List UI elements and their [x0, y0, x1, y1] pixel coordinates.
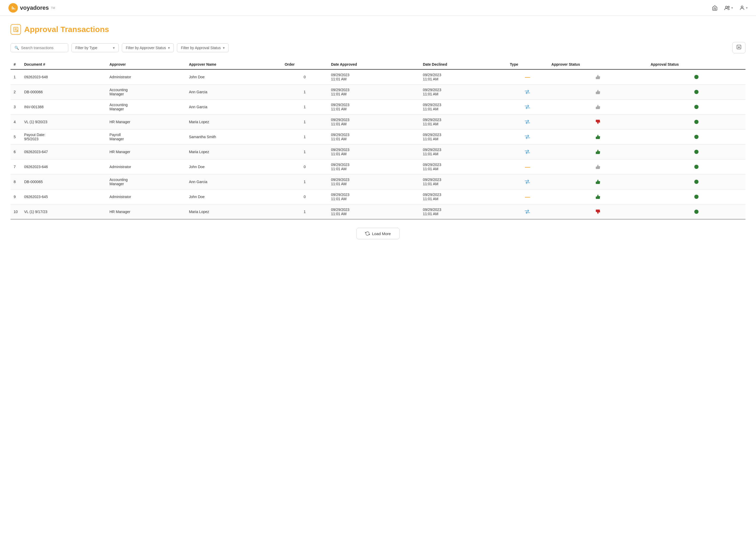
approver-status-red-icon	[551, 209, 644, 214]
type-swap-icon	[510, 89, 545, 94]
cell-approval-status	[647, 69, 745, 84]
cell-date-declined: 09/29/202311:01 AM	[420, 84, 507, 100]
cell-approval-status	[647, 100, 745, 115]
cell-date-approved: 09/29/202311:01 AM	[328, 175, 420, 189]
type-swap-icon	[510, 105, 545, 109]
cell-date-declined: 09/29/202311:01 AM	[420, 159, 507, 175]
trademark: TM	[51, 6, 55, 10]
cell-num: 10	[11, 204, 21, 219]
profile-caret-icon: ▾	[746, 6, 748, 10]
table-row: 5 Payout Date:9/5/2023 PayrollManager Sa…	[11, 130, 745, 144]
svg-point-4	[726, 6, 728, 8]
cell-approval-status	[647, 144, 745, 159]
cell-date-declined: 09/29/202311:01 AM	[420, 144, 507, 159]
cell-num: 9	[11, 189, 21, 204]
logo-icon	[8, 3, 18, 13]
cell-approver-status	[548, 144, 647, 159]
cell-num: 2	[11, 84, 21, 100]
cell-approver: PayrollManager	[106, 130, 186, 144]
cell-num: 5	[11, 130, 21, 144]
approval-status-dot	[694, 195, 698, 199]
svg-rect-2	[13, 7, 14, 10]
cell-approver: HR Manager	[106, 144, 186, 159]
type-dash-icon: —	[510, 164, 545, 170]
filter-type-dropdown[interactable]: Filter by Type ▾	[71, 43, 118, 52]
table-header-row: # Document # Approver Approver Name Orde…	[11, 60, 745, 69]
table-row: 6 09262023-647 HR Manager Maria Lopez 1 …	[11, 144, 745, 159]
nav-icons: ▾ ▾	[712, 5, 748, 11]
cell-approver-status	[548, 69, 647, 84]
cell-doc: 09262023-648	[21, 69, 106, 84]
approval-status-dot	[694, 165, 698, 169]
approval-status-dot	[694, 75, 698, 79]
cell-order: 0	[281, 189, 328, 204]
home-button[interactable]	[712, 5, 718, 11]
profile-button[interactable]: ▾	[739, 5, 748, 11]
approval-status-dot	[694, 90, 698, 94]
table-row: 1 09262023-648 Administrator John Doe 0 …	[11, 69, 745, 84]
cell-date-declined: 09/29/202311:01 AM	[420, 189, 507, 204]
col-type: Type	[507, 60, 548, 69]
users-button[interactable]: ▾	[724, 5, 733, 11]
cell-order: 1	[281, 144, 328, 159]
cell-order: 0	[281, 69, 328, 84]
cell-date-declined: 09/29/202311:01 AM	[420, 130, 507, 144]
type-swap-icon	[510, 120, 545, 124]
type-dash-icon: —	[510, 74, 545, 80]
cell-type: —	[507, 189, 548, 204]
cell-doc: DB-000066	[21, 84, 106, 100]
approval-status-dot	[694, 120, 698, 124]
cell-doc: 09262023-647	[21, 144, 106, 159]
table-row: 3 INV-001388 AccountingManager Ann Garci…	[11, 100, 745, 115]
cell-type: —	[507, 159, 548, 175]
filter-approver-status-dropdown[interactable]: Filter by Approver Status ▾	[122, 43, 174, 52]
filter-type-caret-icon: ▾	[113, 46, 115, 50]
search-input[interactable]	[21, 46, 60, 50]
cell-approver-name: John Doe	[186, 189, 282, 204]
approval-status-dot	[694, 135, 698, 139]
navbar: voyadoresTM ▾ ▾	[0, 0, 756, 16]
cell-num: 3	[11, 100, 21, 115]
cell-approver-status	[548, 115, 647, 130]
cell-approver: Administrator	[106, 189, 186, 204]
type-swap-icon	[510, 134, 545, 139]
cell-approver-name: John Doe	[186, 159, 282, 175]
cell-approval-status	[647, 175, 745, 189]
cell-type	[507, 144, 548, 159]
table-row: 7 09262023-646 Administrator John Doe 0 …	[11, 159, 745, 175]
svg-rect-1	[12, 6, 13, 10]
approver-status-gray-icon	[551, 89, 644, 94]
cell-date-approved: 09/29/202311:01 AM	[328, 159, 420, 175]
search-box[interactable]: 🔍	[11, 43, 68, 52]
type-swap-icon	[510, 180, 545, 184]
brand-name: voyadores	[20, 4, 49, 11]
cell-approval-status	[647, 130, 745, 144]
load-more-button[interactable]: Load More	[356, 228, 400, 239]
cell-approver: Administrator	[106, 69, 186, 84]
load-more-label: Load More	[372, 232, 391, 236]
cell-type: —	[507, 69, 548, 84]
cell-order: 1	[281, 100, 328, 115]
col-approval-status: Approval Status	[647, 60, 745, 69]
cell-approval-status	[647, 189, 745, 204]
transactions-table-wrapper: # Document # Approver Approver Name Orde…	[11, 60, 745, 219]
filter-approval-status-dropdown[interactable]: Filter by Approval Status ▾	[177, 43, 229, 52]
cell-doc: VL (1) 9/20/23	[21, 115, 106, 130]
approver-status-green-icon	[551, 179, 644, 185]
col-approver: Approver	[106, 60, 186, 69]
cell-approver-name: Ann Garcia	[186, 84, 282, 100]
approval-status-dot	[694, 210, 698, 214]
cell-approver-status	[548, 84, 647, 100]
approver-status-gray-icon	[551, 164, 644, 169]
approver-status-green-icon	[551, 149, 644, 154]
table-row: 8 DB-000065 AccountingManager Ann Garcia…	[11, 175, 745, 189]
export-button[interactable]	[732, 42, 745, 53]
cell-approver: AccountingManager	[106, 100, 186, 115]
approver-status-green-icon	[551, 134, 644, 139]
cell-num: 7	[11, 159, 21, 175]
filter-type-label: Filter by Type	[75, 46, 97, 50]
load-more-row: Load More	[11, 228, 745, 239]
type-swap-icon	[510, 209, 545, 214]
cell-date-approved: 09/29/202311:01 AM	[328, 115, 420, 130]
page-title-row: Approval Transactions	[11, 24, 745, 35]
